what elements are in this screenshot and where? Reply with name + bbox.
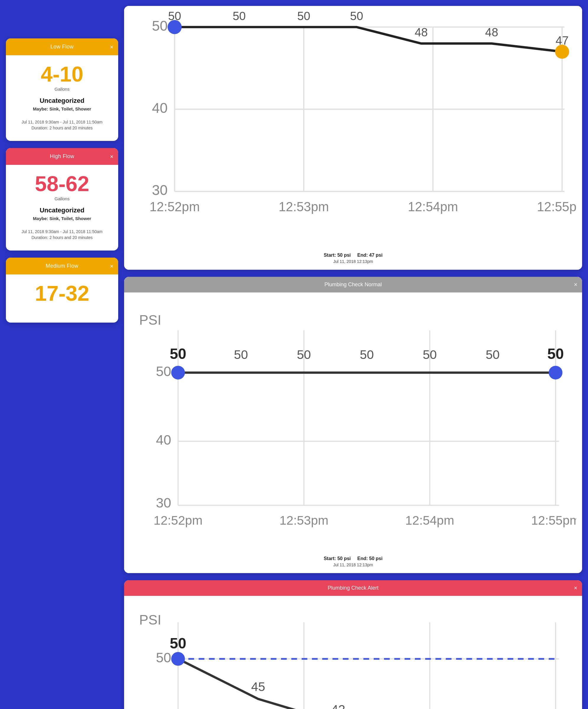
svg-text:42: 42 [331, 702, 345, 709]
svg-text:40: 40 [152, 100, 168, 116]
svg-text:50: 50 [156, 650, 171, 665]
svg-text:PSI: PSI [139, 612, 161, 627]
low-flow-category: Uncategorized [15, 97, 109, 105]
svg-text:50: 50 [170, 345, 186, 362]
end-label-2: End: 50 psi [357, 556, 382, 561]
plumbing-alert-header: Plumbing Check Alert × [124, 580, 582, 596]
svg-text:12:54pm: 12:54pm [405, 513, 455, 527]
svg-text:12:52pm: 12:52pm [154, 513, 203, 527]
svg-text:50: 50 [423, 347, 437, 362]
low-flow-maybe-values: Sink, Toilet, Shower [49, 106, 91, 111]
svg-text:30: 30 [152, 182, 168, 198]
plumbing-alert-chart-area: PSI 50 40 50 45 [124, 596, 582, 709]
svg-point-63 [171, 652, 185, 665]
svg-text:12:54pm: 12:54pm [408, 200, 458, 214]
maybe-label-2: Maybe: [33, 216, 48, 221]
high-flow-maybe-values: Sink, Toilet, Shower [49, 216, 91, 221]
medium-flow-gallons-range: 17-32 [15, 283, 109, 304]
svg-text:48: 48 [485, 26, 498, 39]
plumbing-normal-start-end: Start: 50 psi End: 50 psi [130, 556, 576, 561]
svg-text:50: 50 [234, 347, 248, 362]
low-flow-gallons-label: Gallons [15, 86, 109, 91]
svg-text:40: 40 [156, 432, 171, 448]
chart1-date: Jul 11, 2018 12:13pm [130, 259, 576, 264]
low-flow-date-range: Jul 11, 2018 9:30am - Jul 11, 2018 11:50… [15, 120, 109, 124]
low-flow-header: Low Flow × [6, 38, 118, 55]
svg-text:50: 50 [360, 347, 374, 362]
svg-text:50: 50 [233, 9, 246, 22]
medium-flow-close-button[interactable]: × [110, 263, 113, 269]
svg-text:50: 50 [486, 347, 500, 362]
high-flow-gallons-label: Gallons [15, 196, 109, 201]
left-column: Low Flow × 4-10 Gallons Uncategorized Ma… [6, 6, 118, 709]
plumbing-normal-title: Plumbing Check Normal [325, 282, 382, 288]
svg-text:PSI: PSI [139, 312, 161, 327]
svg-text:50: 50 [350, 9, 363, 22]
chart1-start-end: Start: 50 psi End: 47 psi [130, 253, 576, 258]
medium-flow-card: Medium Flow × 17-32 [6, 258, 118, 323]
low-flow-gallons-range: 4-10 [15, 63, 109, 85]
high-flow-duration: Duration: 2 hours and 20 minutes [15, 235, 109, 240]
plumbing-normal-card: Plumbing Check Normal × PSI 50 40 30 [124, 277, 582, 573]
plumbing-normal-header: Plumbing Check Normal × [124, 277, 582, 292]
svg-text:50: 50 [170, 635, 186, 652]
high-flow-title: High Flow [50, 153, 74, 159]
high-flow-close-button[interactable]: × [110, 154, 113, 159]
high-flow-maybe: Maybe: Sink, Toilet, Shower [15, 216, 109, 221]
low-flow-body: 4-10 Gallons Uncategorized Maybe: Sink, … [6, 55, 118, 141]
svg-text:12:55pm: 12:55pm [537, 200, 576, 214]
high-flow-date-range: Jul 11, 2018 9:30am - Jul 11, 2018 11:50… [15, 229, 109, 234]
svg-text:30: 30 [156, 495, 171, 510]
svg-text:50: 50 [547, 345, 564, 362]
svg-text:50: 50 [156, 364, 171, 379]
high-flow-category: Uncategorized [15, 207, 109, 214]
plumbing-alert-svg: PSI 50 40 50 45 [130, 599, 576, 709]
plumbing-normal-close-button[interactable]: × [574, 282, 578, 287]
svg-text:12:55pm: 12:55pm [531, 513, 576, 527]
low-flow-title: Low Flow [51, 44, 74, 50]
svg-point-42 [171, 366, 185, 379]
plumbing-normal-date: Jul 11, 2018 12:13pm [130, 562, 576, 567]
low-flow-close-button[interactable]: × [110, 44, 113, 50]
high-flow-gallons-range: 58-62 [15, 173, 109, 194]
low-flow-maybe: Maybe: Sink, Toilet, Shower [15, 106, 109, 111]
medium-flow-title: Medium Flow [46, 263, 78, 269]
high-flow-card: High Flow × 58-62 Gallons Uncategorized … [6, 148, 118, 251]
end-label-1: End: 47 psi [357, 253, 382, 258]
chart-card-1: 50 40 30 50 50 50 50 [124, 6, 582, 270]
plumbing-normal-chart-area: PSI 50 40 30 50 [124, 292, 582, 551]
svg-text:50: 50 [297, 9, 310, 22]
plumbing-alert-close-button[interactable]: × [574, 585, 578, 591]
maybe-label: Maybe: [33, 106, 48, 111]
high-flow-header: High Flow × [6, 148, 118, 165]
right-column: 50 40 30 50 50 50 50 [124, 6, 582, 709]
medium-flow-body: 17-32 [6, 274, 118, 316]
start-label-1: Start: 50 psi [324, 253, 351, 258]
svg-text:12:53pm: 12:53pm [280, 513, 329, 527]
chart-area-1: 50 40 30 50 50 50 50 [124, 6, 582, 248]
high-flow-body: 58-62 Gallons Uncategorized Maybe: Sink,… [6, 165, 118, 251]
svg-point-18 [555, 45, 569, 59]
chart-svg-1: 50 40 30 50 50 50 50 [130, 9, 576, 244]
svg-text:12:53pm: 12:53pm [279, 200, 329, 214]
svg-text:12:52pm: 12:52pm [150, 200, 200, 214]
start-label-2: Start: 50 psi [324, 556, 351, 561]
low-flow-card: Low Flow × 4-10 Gallons Uncategorized Ma… [6, 38, 118, 141]
plumbing-alert-card: Plumbing Check Alert × PSI 50 40 [124, 580, 582, 709]
low-flow-duration: Duration: 2 hours and 20 minutes [15, 126, 109, 130]
chart-footer-1: Start: 50 psi End: 47 psi Jul 11, 2018 1… [124, 248, 582, 270]
svg-text:50: 50 [152, 18, 168, 34]
medium-flow-header: Medium Flow × [6, 258, 118, 274]
svg-point-43 [549, 366, 562, 379]
svg-point-17 [168, 20, 182, 34]
svg-text:48: 48 [414, 26, 428, 39]
plumbing-alert-title: Plumbing Check Alert [328, 585, 379, 591]
svg-text:50: 50 [297, 347, 311, 362]
svg-text:45: 45 [251, 679, 265, 693]
plumbing-normal-footer: Start: 50 psi End: 50 psi Jul 11, 2018 1… [124, 551, 582, 573]
plumbing-normal-svg: PSI 50 40 30 50 [130, 296, 576, 548]
